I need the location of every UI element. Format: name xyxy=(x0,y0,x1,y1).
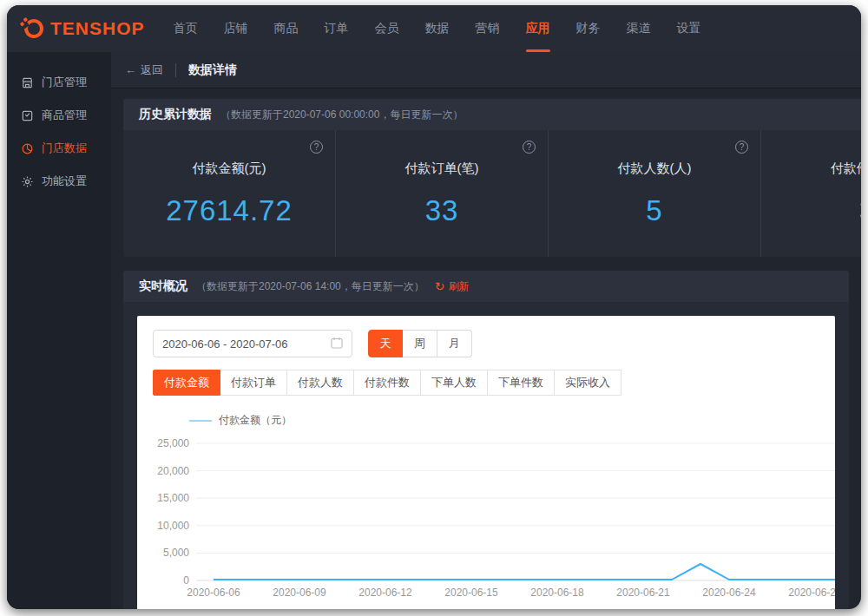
nav-item[interactable]: 应用 xyxy=(513,5,563,52)
y-axis-tick: 15,000 xyxy=(157,492,189,504)
page-title: 数据详情 xyxy=(188,62,237,78)
stat-value: 3 xyxy=(859,194,861,227)
top-navbar: TENSHOP 首页店铺商品订单会员数据营销应用财务渠道设置 xyxy=(7,5,861,52)
stats-row: ?付款金额(元)27614.72?付款订单(笔)33?付款人数(人)5?付款件数… xyxy=(123,130,861,257)
header-divider xyxy=(175,63,176,77)
sidebar-item-label: 功能设置 xyxy=(42,174,87,189)
x-axis-tick: 2020-06-15 xyxy=(444,587,498,599)
period-button[interactable]: 周 xyxy=(403,330,437,357)
brand-name: TENSHOP xyxy=(50,18,145,39)
app-window: TENSHOP 首页店铺商品订单会员数据营销应用财务渠道设置 门店管理商品管理门… xyxy=(7,5,861,609)
metric-tabs: 付款金额付款订单付款人数付款件数下单人数下单件数实际收入 xyxy=(153,370,835,396)
metric-tab[interactable]: 付款件数 xyxy=(354,370,421,396)
stat-label: 付款件数(件) xyxy=(831,161,861,177)
history-card-note: （数据更新于2020-07-06 00:00:00，每日更新一次） xyxy=(220,108,463,122)
stat-card: ?付款件数(件)3 xyxy=(761,130,861,257)
main-content: ← 返回 数据详情 历史累计数据 （数据更新于2020-07-06 00:00:… xyxy=(111,52,861,609)
x-axis-tick: 2020-06-24 xyxy=(702,587,756,599)
x-axis-tick: 2020-06-18 xyxy=(530,587,584,599)
trend-line-chart[interactable]: 05,00010,00015,00020,00025,0002020-06-06… xyxy=(153,431,835,609)
stat-value: 27614.72 xyxy=(166,194,293,227)
y-axis-tick: 0 xyxy=(183,574,189,587)
date-range-input[interactable]: 2020-06-06 - 2020-07-06 xyxy=(153,330,352,357)
stat-card: ?付款订单(笔)33 xyxy=(336,130,549,257)
y-axis-tick: 25,000 xyxy=(157,437,189,449)
nav-item[interactable]: 营销 xyxy=(463,5,513,52)
legend-line-icon xyxy=(189,420,212,422)
x-axis-tick: 2020-06-27 xyxy=(788,587,835,599)
content-header: ← 返回 数据详情 xyxy=(111,52,861,88)
data-icon xyxy=(21,142,34,155)
help-icon[interactable]: ? xyxy=(310,141,323,154)
y-axis-tick: 5,000 xyxy=(163,547,189,559)
x-axis-tick: 2020-06-12 xyxy=(358,587,412,599)
sidebar-item[interactable]: 功能设置 xyxy=(7,165,111,198)
help-icon[interactable]: ? xyxy=(523,141,536,154)
sidebar: 门店管理商品管理门店数据功能设置 xyxy=(7,52,111,609)
nav-item[interactable]: 数据 xyxy=(412,5,463,52)
back-label: 返回 xyxy=(141,62,163,78)
nav-item[interactable]: 财务 xyxy=(563,5,614,52)
metric-tab[interactable]: 实际收入 xyxy=(555,370,621,396)
realtime-card-note: （数据更新于2020-07-06 14:00，每日更新一次） xyxy=(196,279,424,294)
date-range-value: 2020-06-06 - 2020-07-06 xyxy=(162,337,331,351)
realtime-card-title: 实时概况 xyxy=(139,279,187,294)
stat-value: 5 xyxy=(646,194,662,227)
calendar-icon xyxy=(331,337,343,351)
back-button[interactable]: ← 返回 xyxy=(125,62,163,78)
chart-legend[interactable]: 付款金额（元） xyxy=(189,413,835,428)
sidebar-item[interactable]: 商品管理 xyxy=(7,99,111,132)
y-axis-tick: 20,000 xyxy=(157,465,189,477)
brand-logo-icon xyxy=(21,16,48,43)
history-card-header: 历史累计数据 （数据更新于2020-07-06 00:00:00，每日更新一次） xyxy=(123,99,861,130)
nav-item[interactable]: 订单 xyxy=(312,5,362,52)
series-line xyxy=(214,521,835,580)
nav-item[interactable]: 会员 xyxy=(362,5,412,52)
period-button[interactable]: 月 xyxy=(437,330,472,357)
refresh-label: 刷新 xyxy=(448,279,469,294)
period-button-group: 天周月 xyxy=(368,330,472,357)
legend-label: 付款金额（元） xyxy=(219,413,292,428)
realtime-card: 实时概况 （数据更新于2020-07-06 14:00，每日更新一次） ↻ 刷新… xyxy=(123,271,849,609)
metric-tab[interactable]: 付款金额 xyxy=(153,370,220,396)
refresh-icon: ↻ xyxy=(435,280,445,292)
stat-card: ?付款金额(元)27614.72 xyxy=(123,130,336,257)
sidebar-item[interactable]: 门店数据 xyxy=(7,132,111,165)
metric-tab[interactable]: 下单件数 xyxy=(488,370,555,396)
sidebar-item-label: 门店数据 xyxy=(42,141,87,156)
main-nav: 首页店铺商品订单会员数据营销应用财务渠道设置 xyxy=(161,5,714,52)
history-card-title: 历史累计数据 xyxy=(139,107,212,122)
sidebar-item-label: 门店管理 xyxy=(42,75,87,90)
stat-value: 33 xyxy=(425,194,459,227)
stat-label: 付款订单(笔) xyxy=(405,161,479,177)
nav-item[interactable]: 设置 xyxy=(664,5,714,52)
stat-card: ?付款人数(人)5 xyxy=(549,130,761,257)
chart-panel: 2020-06-06 - 2020-07-06 天周月 付款金额付款订单付款人数… xyxy=(137,316,835,609)
brand-logo[interactable]: TENSHOP xyxy=(24,5,145,52)
metric-tab[interactable]: 付款人数 xyxy=(287,370,354,396)
refresh-button[interactable]: ↻ 刷新 xyxy=(435,279,470,294)
nav-item[interactable]: 首页 xyxy=(161,5,211,52)
sidebar-item-label: 商品管理 xyxy=(42,108,87,123)
help-icon[interactable]: ? xyxy=(735,141,748,154)
gear-icon xyxy=(21,175,34,188)
sidebar-item[interactable]: 门店管理 xyxy=(7,66,111,99)
nav-item[interactable]: 商品 xyxy=(261,5,312,52)
period-button[interactable]: 天 xyxy=(368,330,403,357)
x-axis-tick: 2020-06-06 xyxy=(187,587,240,599)
metric-tab[interactable]: 付款订单 xyxy=(220,370,287,396)
metric-tab[interactable]: 下单人数 xyxy=(421,370,488,396)
goods-icon xyxy=(21,109,34,122)
x-axis-tick: 2020-06-21 xyxy=(616,587,670,599)
chart-filters: 2020-06-06 - 2020-07-06 天周月 xyxy=(153,330,835,357)
history-stats-card: 历史累计数据 （数据更新于2020-07-06 00:00:00，每日更新一次）… xyxy=(123,99,861,257)
nav-item[interactable]: 店铺 xyxy=(211,5,261,52)
stat-label: 付款金额(元) xyxy=(193,161,266,177)
y-axis-tick: 10,000 xyxy=(157,520,189,532)
x-axis-tick: 2020-06-09 xyxy=(273,587,326,599)
realtime-card-header: 实时概况 （数据更新于2020-07-06 14:00，每日更新一次） ↻ 刷新 xyxy=(123,271,849,302)
store-icon xyxy=(21,76,34,89)
stat-label: 付款人数(人) xyxy=(618,161,692,177)
back-arrow-icon: ← xyxy=(125,63,136,76)
nav-item[interactable]: 渠道 xyxy=(614,5,664,52)
